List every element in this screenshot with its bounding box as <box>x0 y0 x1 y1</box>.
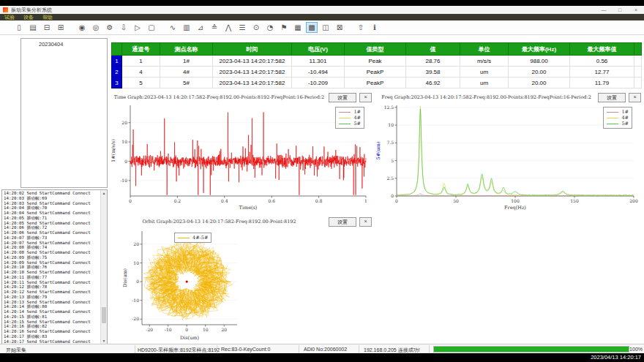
svg-text:5: 5 <box>391 158 394 163</box>
measurement-table: 通道号测点名称时间电压(V)值类型值单位最大频率(Hz)最大频率值 111#20… <box>111 42 642 88</box>
bar-graph-icon[interactable]: ▥ <box>181 22 192 33</box>
log-line: 14:20:13 振动帧:79 <box>4 295 100 300</box>
log-line: 14:20:06 Send StartCommand Connect <box>4 230 100 235</box>
orbit-settings-button[interactable]: 设置 <box>329 217 356 227</box>
toolbar: ▯▤⊟⊞◉◎⚙⇩▷▢∿▥⊿≙⋀☰⊙◔⚑▦▩◫⊠⇧ℹ <box>0 20 644 35</box>
legend-label: 4# <box>621 115 629 121</box>
tree-item-session[interactable]: 20230404 <box>21 39 107 48</box>
save-icon[interactable]: ⊟ <box>41 22 53 33</box>
connect-device-icon[interactable]: ◉ <box>76 22 88 33</box>
col-header-8: 最大频率值 <box>570 43 634 56</box>
svg-text:0: 0 <box>185 327 188 332</box>
log-line: 14:20:07 Send StartCommand Connect <box>4 241 100 246</box>
row-header[interactable]: 2 <box>112 67 122 78</box>
table-pad <box>634 43 642 56</box>
table-cell: 2023-04-13 14:20:17:582 <box>213 78 292 88</box>
table-cell: PeakP <box>345 67 406 78</box>
table-cell: 2023-04-13 14:20:17:582 <box>213 67 292 78</box>
table-pad <box>634 78 642 88</box>
legend-line-sample <box>607 118 618 118</box>
log-scrollbar[interactable]: ▲ ▼ <box>100 190 107 344</box>
table-row[interactable]: 244#2023-04-13 14:20:17:582-10.494PeakP3… <box>112 67 642 78</box>
save-all-icon[interactable]: ⊞ <box>55 22 67 33</box>
open-file-icon[interactable]: ▤ <box>27 22 39 33</box>
table-cell: m/s/s <box>460 56 509 67</box>
table-cell: 5 <box>122 78 160 88</box>
svg-text:12.5: 12.5 <box>384 105 394 110</box>
orbit-close-button[interactable]: × <box>359 217 372 227</box>
table-cell: um <box>460 78 509 88</box>
col-header-7: 最大频率(Hz) <box>509 43 570 56</box>
scrollbar-thumb[interactable] <box>102 307 106 323</box>
menu-item-0[interactable]: 试验 <box>0 14 19 20</box>
svg-text:-10: -10 <box>120 178 127 183</box>
scroll-down-icon[interactable]: ▼ <box>101 338 107 344</box>
database-icon[interactable]: ◫ <box>320 22 332 33</box>
settings-gear-icon[interactable]: ⚙ <box>104 22 116 33</box>
legend-label: 5# <box>353 121 361 127</box>
zoom-search-icon[interactable]: ⊙ <box>250 22 262 33</box>
start-acquisition-icon[interactable]: ▷ <box>132 22 143 33</box>
svg-text:2.5: 2.5 <box>386 176 394 181</box>
log-line: 14:20:11 振动帧:77 <box>4 275 100 280</box>
download-data-icon[interactable]: ⇩ <box>118 22 130 33</box>
log-line: 14:20:03 Send StartCommand Connect <box>4 201 100 206</box>
info-icon[interactable]: ℹ <box>369 22 381 33</box>
chart-box-icon[interactable]: ▦ <box>292 22 304 33</box>
main-area: 20230404 14:20:02 Send StartCommand Conn… <box>0 35 644 344</box>
table-pad <box>634 67 642 78</box>
table-cell: 11.301 <box>292 56 345 67</box>
svg-text:0.8: 0.8 <box>315 198 323 203</box>
legend-line-sample <box>339 112 351 113</box>
freq-settings-button[interactable]: 设置 <box>598 93 626 102</box>
table-cell: 4# <box>160 67 213 78</box>
minimize-button[interactable]: — <box>596 6 612 14</box>
export-icon[interactable]: ⊠ <box>334 22 345 33</box>
polyline-graph-icon[interactable]: ⋀ <box>222 22 234 33</box>
freq-close-button[interactable]: × <box>629 93 641 102</box>
row-header[interactable]: 1 <box>112 56 122 67</box>
svg-text:10: 10 <box>203 327 209 332</box>
log-line: 14:20:12 振动帧:78 <box>4 284 100 290</box>
list-view-icon[interactable]: ☰ <box>236 22 248 33</box>
log-line: 14:20:16 Send StartCommand Connect <box>4 329 100 334</box>
freq-graph-plot: 05010015020002.557.51012.5Freq(Hz)5#(um) <box>375 102 640 211</box>
log-line: 14:20:15 Send StartCommand Connect <box>4 320 100 325</box>
log-line: 14:20:14 Send StartCommand Connect <box>4 309 100 314</box>
svg-text:20: 20 <box>221 327 227 332</box>
table-row[interactable]: 355#2023-04-13 14:20:17:582-10.209PeakP4… <box>112 78 642 88</box>
window-title: 振动采集分析系统 <box>11 7 52 14</box>
table-row[interactable]: 111#2023-04-13 14:20:17:58211.301Peak28.… <box>112 56 642 67</box>
progress-bar <box>433 346 629 352</box>
stop-acquisition-icon[interactable]: ▢ <box>146 22 157 33</box>
close-button[interactable]: × <box>628 6 644 14</box>
scroll-up-icon[interactable]: ▲ <box>101 190 107 196</box>
new-file-icon[interactable]: ▯ <box>13 22 25 33</box>
log-line: 14:20:07 振动帧:73 <box>4 235 100 241</box>
time-settings-button[interactable]: 设置 <box>329 93 356 102</box>
spectrum-graph-icon[interactable]: ⊿ <box>195 22 206 33</box>
table-cell: -10.209 <box>292 78 345 88</box>
log-line: 14:20:17 Send StartCommand Connect <box>4 339 100 344</box>
svg-text:1: 1 <box>364 198 367 203</box>
svg-text:0: 0 <box>129 198 132 203</box>
waterfall-graph-icon[interactable]: ≙ <box>209 22 220 33</box>
col-header-3: 电压(V) <box>292 43 345 56</box>
row-header[interactable]: 3 <box>112 78 122 88</box>
monitor-icon[interactable]: ◎ <box>90 22 102 33</box>
menu-item-1[interactable]: 设备 <box>19 14 38 20</box>
progress-fill <box>434 347 629 352</box>
legend-label: 4# <box>353 115 361 121</box>
menu-item-2[interactable]: 帮助 <box>38 14 57 20</box>
time-graph-icon[interactable]: ∿ <box>167 22 179 33</box>
maximize-button[interactable]: □ <box>612 6 628 14</box>
table-cell: 0.56 <box>570 56 634 67</box>
col-header-1: 测点名称 <box>160 43 213 56</box>
upload-icon[interactable]: ⇧ <box>355 22 367 33</box>
flag-icon[interactable]: ⚑ <box>278 22 290 33</box>
time-close-button[interactable]: × <box>359 93 372 102</box>
clock-icon[interactable]: ◔ <box>264 22 276 33</box>
table-cell: -10.494 <box>292 67 345 78</box>
grid-view-icon[interactable]: ▩ <box>306 22 318 33</box>
table-pad <box>634 56 642 67</box>
